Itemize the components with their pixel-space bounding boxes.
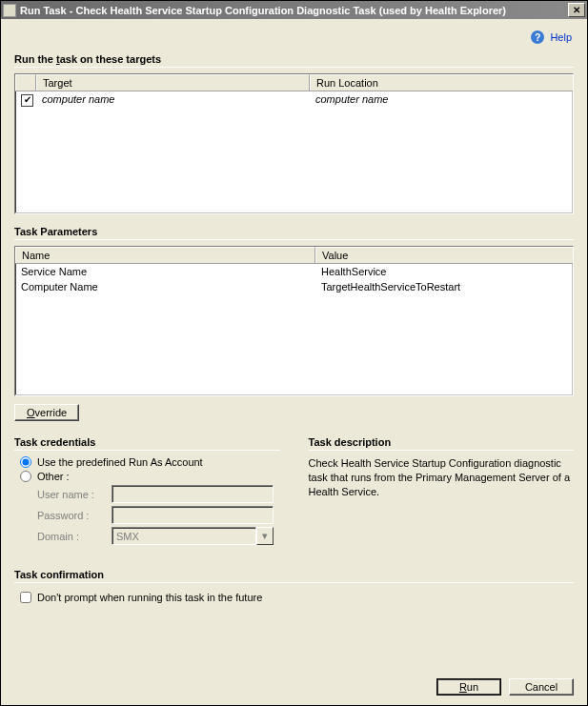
col-runlocation[interactable]: Run Location [310, 74, 573, 91]
targets-section-label: Run the task on these targets [14, 53, 574, 67]
col-name[interactable]: Name [15, 247, 315, 263]
radio-predef[interactable] [20, 456, 31, 468]
divider [309, 450, 575, 451]
target-check-cell[interactable] [15, 91, 36, 107]
credentials-section-label: Task credentials [14, 436, 280, 450]
label-text: verride [35, 407, 68, 418]
confirmation-section-label: Task confirmation [14, 569, 574, 582]
description-text: Check Health Service Startup Configurati… [309, 456, 575, 499]
col-check[interactable] [15, 74, 36, 91]
target-name-cell: computer name [36, 91, 310, 107]
label-text: Run the [14, 53, 56, 65]
domain-row: Domain : ▾ [37, 527, 280, 545]
run-task-dialog: Run Task - Check Health Service Startup … [0, 0, 588, 706]
credentials-description-row: Task credentials Use the predefined Run … [14, 434, 574, 548]
table-row[interactable]: Service Name HealthService [15, 264, 573, 279]
cancel-button[interactable]: Cancel [509, 678, 574, 696]
param-name: Service Name [15, 264, 315, 279]
accel: U [37, 489, 45, 500]
description-section-label: Task description [309, 436, 575, 450]
credentials-col: Task credentials Use the predefined Run … [14, 434, 280, 548]
params-section-label: Task Parameters [14, 226, 574, 239]
domain-field [112, 527, 256, 545]
radio-other[interactable] [20, 471, 31, 482]
divider [14, 450, 280, 451]
radio-other-label: Other : [37, 471, 70, 482]
table-row[interactable]: computer name computer name [15, 91, 573, 107]
params-grid-body: Service Name HealthService Computer Name… [15, 264, 573, 294]
username-row: User name : [37, 485, 280, 503]
label-text: assword : [44, 510, 89, 521]
dont-prompt-checkbox[interactable] [20, 592, 31, 603]
radio-other-row[interactable]: Other : [20, 471, 280, 482]
divider [14, 239, 574, 240]
titlebar[interactable]: Run Task - Check Health Service Startup … [1, 1, 587, 19]
label-text: ser name : [45, 489, 94, 500]
override-row: Override [14, 404, 574, 421]
window-title: Run Task - Check Health Service Startup … [20, 5, 506, 16]
col-target[interactable]: Target [36, 74, 310, 91]
override-button[interactable]: Override [14, 404, 79, 421]
username-field [112, 485, 274, 503]
accel: R [459, 681, 467, 693]
radio-predef-label: Use the predefined Run As Account [37, 456, 203, 468]
run-button[interactable]: Run [436, 678, 501, 696]
password-field [112, 506, 274, 524]
target-runloc-cell: computer name [310, 91, 573, 107]
footer-buttons: Run Cancel [1, 673, 587, 705]
content-area: ? Help Run the task on these targets Tar… [1, 19, 587, 673]
domain-label: Domain : [37, 531, 112, 542]
accel: D [37, 531, 45, 542]
targets-grid-body: computer name computer name [15, 91, 573, 107]
table-row[interactable]: Computer Name TargetHealthServiceToResta… [15, 279, 573, 294]
divider [14, 67, 574, 68]
label-text: omain : [45, 531, 79, 542]
divider [14, 582, 574, 583]
param-name: Computer Name [15, 279, 315, 294]
label-text: ask on these targets [60, 53, 161, 65]
domain-combo: ▾ [112, 527, 274, 545]
param-value: TargetHealthServiceToRestart [315, 279, 573, 294]
app-icon [3, 4, 16, 17]
accel: O [27, 407, 35, 418]
help-link[interactable]: Help [550, 31, 572, 43]
col-value[interactable]: Value [315, 247, 573, 263]
radio-predef-row[interactable]: Use the predefined Run As Account [20, 456, 280, 468]
description-col: Task description Check Health Service St… [309, 434, 575, 548]
param-value: HealthService [315, 264, 573, 279]
help-row: ? Help [14, 27, 574, 51]
dont-prompt-label: Don't prompt when running this task in t… [37, 592, 262, 603]
dont-prompt-row[interactable]: Don't prompt when running this task in t… [20, 592, 574, 603]
username-label: User name : [37, 489, 112, 500]
chevron-down-icon: ▾ [256, 527, 274, 545]
label-text: un [467, 681, 478, 693]
target-checkbox[interactable] [21, 94, 33, 107]
params-grid-header: Name Value [15, 247, 573, 264]
targets-grid-header: Target Run Location [15, 74, 573, 91]
password-label: Password : [37, 510, 112, 521]
targets-grid[interactable]: Target Run Location computer name comput… [14, 73, 574, 214]
password-row: Password : [37, 506, 280, 524]
close-button[interactable]: ✕ [568, 3, 585, 17]
params-grid[interactable]: Name Value Service Name HealthService Co… [14, 246, 574, 396]
help-icon: ? [531, 30, 544, 44]
